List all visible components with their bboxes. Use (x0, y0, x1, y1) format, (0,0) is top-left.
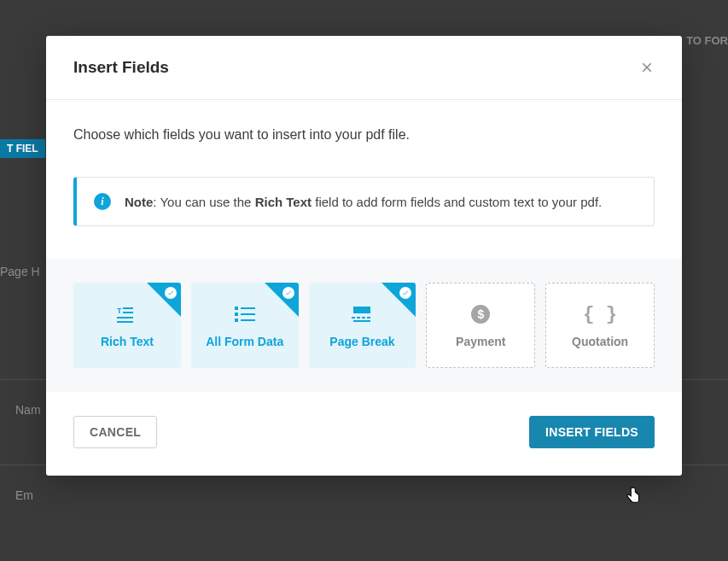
svg-rect-8 (241, 313, 255, 315)
info-icon: i (94, 193, 111, 210)
modal-body: Choose which fields you want to insert i… (46, 100, 682, 392)
bg-text: Em (15, 488, 33, 502)
bg-text: TO FOR (686, 34, 728, 47)
svg-rect-9 (235, 318, 238, 322)
svg-rect-11 (353, 307, 370, 313)
card-label: Quotation (572, 335, 628, 348)
field-card-quotation[interactable]: { } Quotation (545, 283, 655, 368)
modal-footer: CANCEL INSERT FIELDS (46, 392, 682, 476)
cancel-button[interactable]: CANCEL (73, 416, 157, 448)
insert-fields-modal: Insert Fields Choose which fields you wa… (46, 36, 682, 476)
instruction-text: Choose which fields you want to insert i… (73, 127, 655, 143)
field-cards-row: T Rich Text (73, 283, 655, 368)
check-icon (165, 287, 177, 299)
cursor-pointer-icon (624, 486, 643, 508)
close-icon[interactable] (639, 60, 655, 75)
field-cards-container: T Rich Text (46, 259, 682, 392)
payment-icon: $ (471, 302, 490, 326)
svg-rect-2 (123, 312, 133, 313)
bg-text: Page H (0, 265, 40, 278)
selected-badge (381, 283, 416, 317)
svg-text:T: T (117, 307, 122, 315)
check-icon (282, 287, 294, 299)
field-card-rich-text[interactable]: T Rich Text (73, 283, 181, 368)
bg-badge: T FIEL (0, 139, 45, 158)
note-box: i Note: You can use the Rich Text field … (73, 177, 655, 226)
card-label: All Form Data (206, 335, 283, 348)
rich-text-icon: T (117, 302, 137, 326)
list-icon (235, 302, 255, 326)
field-card-payment[interactable]: $ Payment (426, 283, 535, 368)
insert-fields-button[interactable]: INSERT FIELDS (529, 416, 655, 448)
svg-rect-14 (362, 317, 365, 318)
card-label: Payment (456, 335, 505, 348)
svg-rect-5 (235, 307, 238, 310)
note-text: Note: You can use the Rich Text field to… (125, 195, 602, 209)
selected-badge (265, 283, 299, 317)
svg-rect-10 (241, 319, 255, 321)
page-break-icon (352, 302, 372, 326)
svg-rect-7 (235, 313, 238, 316)
bg-text: Nam (15, 403, 41, 417)
svg-rect-12 (352, 317, 355, 318)
svg-rect-1 (123, 307, 133, 309)
svg-rect-16 (353, 320, 370, 322)
card-label: Page Break (329, 335, 394, 348)
svg-rect-3 (117, 317, 133, 318)
svg-rect-4 (117, 321, 133, 323)
quotation-icon: { } (583, 302, 617, 326)
modal-header: Insert Fields (46, 36, 682, 100)
selected-badge (147, 283, 181, 317)
svg-rect-6 (241, 307, 255, 309)
svg-rect-15 (367, 317, 370, 318)
svg-rect-13 (357, 317, 360, 318)
field-card-page-break[interactable]: Page Break (309, 283, 416, 368)
modal-title: Insert Fields (73, 58, 169, 77)
card-label: Rich Text (101, 335, 154, 348)
field-card-all-form-data[interactable]: All Form Data (191, 283, 299, 368)
